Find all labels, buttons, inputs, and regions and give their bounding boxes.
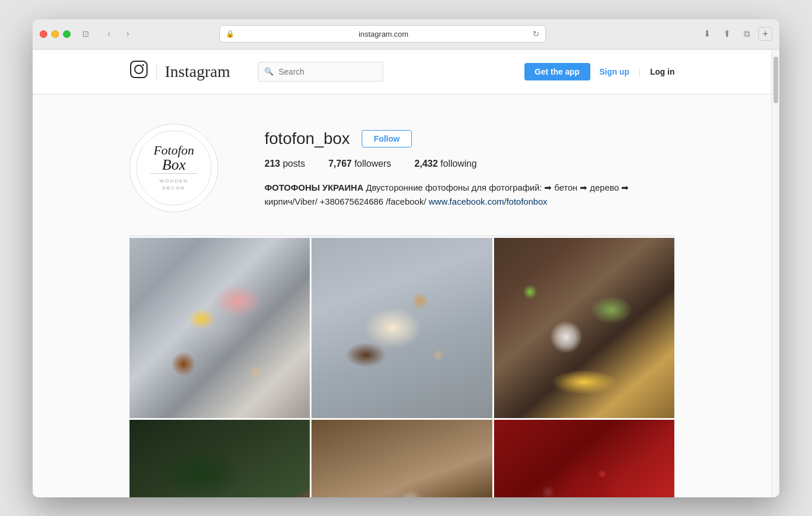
svg-point-2	[142, 64, 144, 66]
login-button[interactable]: Log in	[650, 67, 675, 76]
followers-count: 7,767	[328, 159, 352, 169]
get-app-button[interactable]: Get the app	[524, 63, 590, 80]
following-count: 2,432	[415, 159, 438, 169]
profile-info: fotofon_box Follow 213 posts 7,767 fo	[265, 124, 675, 209]
posts-grid	[130, 238, 675, 497]
profile-divider	[130, 236, 675, 236]
profile-username: fotofon_box	[265, 129, 350, 148]
svg-text:Fotofon: Fotofon	[153, 143, 194, 157]
svg-text:DECOR: DECOR	[162, 185, 185, 191]
scrollbar-thumb[interactable]	[774, 57, 778, 103]
post-4-inner	[130, 420, 310, 497]
follow-button[interactable]: Follow	[362, 130, 412, 148]
svg-rect-0	[131, 61, 147, 78]
search-icon: 🔍	[264, 67, 274, 76]
svg-text:Box: Box	[162, 156, 186, 173]
svg-rect-6	[150, 173, 197, 174]
posts-stat: 213 posts	[265, 159, 305, 169]
share-button[interactable]: ⬆	[719, 26, 735, 42]
download-button[interactable]: ⬇	[699, 26, 715, 42]
post-2[interactable]	[312, 238, 492, 419]
new-tab-button[interactable]: +	[758, 27, 772, 41]
profile-bio: ФОТОФОНЫ УКРАИНА Двусторонние фотофоны д…	[265, 181, 675, 209]
post-5-inner	[312, 420, 492, 497]
post-5[interactable]	[312, 420, 492, 497]
browser-titlebar: ⊡ ‹ › 🔒 instagram.com ↻ ⬇ ⬆ ⧉ +	[33, 19, 779, 50]
header-divider: |	[639, 67, 641, 76]
header-inner: Instagram 🔍 Get the app Sign up | Log in	[130, 60, 675, 83]
page-content: Instagram 🔍 Get the app Sign up | Log in	[33, 50, 771, 497]
post-1-inner	[130, 238, 310, 419]
search-box[interactable]: 🔍	[258, 62, 383, 82]
reload-button[interactable]: ↻	[533, 29, 540, 38]
close-button[interactable]	[40, 30, 47, 38]
posts-count: 213	[265, 159, 281, 169]
browser-body: Instagram 🔍 Get the app Sign up | Log in	[33, 50, 779, 497]
post-2-inner	[312, 238, 492, 419]
following-stat: 2,432 following	[415, 159, 477, 169]
instagram-camera-icon	[130, 60, 148, 83]
bio-name: ФОТОФОНЫ УКРАИНА	[265, 182, 364, 192]
traffic-lights	[40, 30, 71, 38]
browser-toolbar-right: ⬇ ⬆ ⧉ +	[699, 26, 772, 42]
address-bar[interactable]: 🔒 instagram.com ↻	[219, 25, 546, 43]
post-4[interactable]	[130, 420, 310, 497]
back-button[interactable]: ‹	[101, 26, 117, 42]
followers-label: followers	[354, 159, 391, 169]
tab-manager-button[interactable]: ⧉	[738, 26, 755, 42]
profile-name-row: fotofon_box Follow	[265, 129, 675, 148]
profile-stats: 213 posts 7,767 followers 2,432 followin…	[265, 159, 675, 169]
following-label: following	[440, 159, 477, 169]
followers-stat: 7,767 followers	[328, 159, 391, 169]
profile-section: Fotofon Box WOODEN DECOR	[130, 94, 675, 497]
signup-button[interactable]: Sign up	[600, 67, 629, 76]
lock-icon: 🔒	[226, 30, 235, 38]
instagram-header: Instagram 🔍 Get the app Sign up | Log in	[33, 50, 771, 94]
profile-header: Fotofon Box WOODEN DECOR	[130, 124, 675, 212]
header-actions: Get the app Sign up | Log in	[524, 63, 675, 80]
svg-text:WOODEN: WOODEN	[159, 178, 188, 184]
svg-point-1	[135, 65, 143, 73]
post-1[interactable]	[130, 238, 310, 419]
post-3-inner	[494, 238, 675, 419]
posts-label: posts	[283, 159, 305, 169]
instagram-wordmark: Instagram	[165, 62, 230, 81]
address-text: instagram.com	[238, 30, 529, 38]
avatar-container: Fotofon Box WOODEN DECOR	[130, 124, 218, 212]
sidebar-toggle-button[interactable]: ⊡	[78, 26, 94, 42]
post-3[interactable]	[494, 238, 675, 419]
maximize-button[interactable]	[63, 30, 71, 38]
post-6[interactable]	[494, 420, 675, 497]
logo-area: Instagram	[130, 60, 230, 83]
logo-divider	[156, 64, 157, 80]
bio-link[interactable]: www.facebook.com/fotofonbox	[429, 196, 547, 206]
forward-button[interactable]: ›	[120, 26, 136, 42]
minimize-button[interactable]	[51, 30, 59, 38]
scrollbar-track[interactable]	[771, 50, 779, 497]
nav-buttons: ⊡ ‹ ›	[78, 26, 136, 42]
avatar: Fotofon Box WOODEN DECOR	[136, 130, 212, 206]
browser-window: ⊡ ‹ › 🔒 instagram.com ↻ ⬇ ⬆ ⧉ +	[33, 19, 779, 497]
post-6-inner	[494, 420, 675, 497]
search-input[interactable]	[278, 67, 380, 76]
